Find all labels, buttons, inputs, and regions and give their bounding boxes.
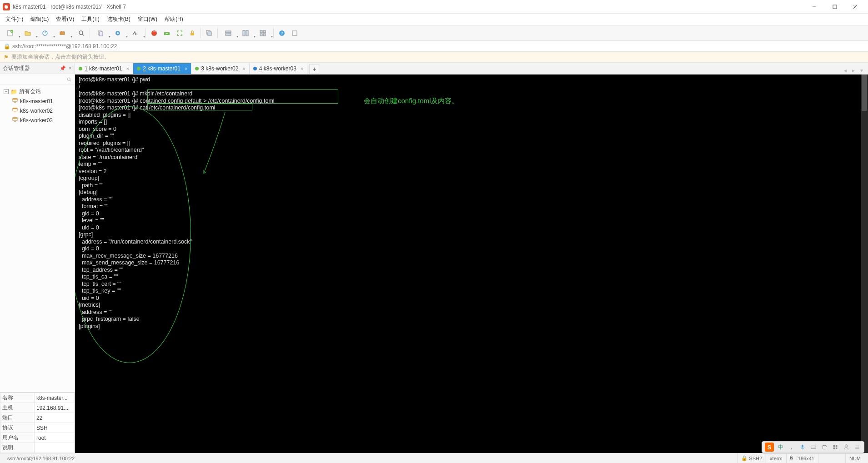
tab-list-button[interactable]: ▾ [858,67,865,74]
ime-skin-icon[interactable] [820,444,828,450]
prop-desc-v [35,443,75,453]
terminal-line: gid = 0 [79,210,864,218]
svg-point-57 [845,445,847,447]
host-icon [12,107,18,115]
ime-settings-icon[interactable] [853,444,861,450]
copy-button[interactable]: ▾ [92,27,109,40]
svg-rect-45 [13,118,18,119]
sogou-logo-icon[interactable]: S [765,443,774,452]
paste-button[interactable]: ▾ [109,27,126,40]
lock-button[interactable] [186,27,199,40]
lock-icon: 🔒 [4,43,10,50]
svg-rect-31 [260,34,262,36]
tile-vertical-button[interactable]: ▾ [237,27,254,40]
disconnect-button[interactable]: ▾ [54,27,71,40]
info-bar: ⚑ 要添加当前会话，点击左侧的箭头按钮。 [0,52,868,63]
menu-edit[interactable]: 编辑(E) [27,14,52,25]
help-button[interactable]: ? [276,27,288,40]
pin-icon[interactable]: 📌 [60,65,66,71]
tab-close-icon[interactable]: × [301,66,303,71]
maximize-button[interactable] [824,0,845,14]
menu-window[interactable]: 窗口(W) [134,14,161,25]
xftp-button[interactable] [161,27,173,40]
svg-rect-39 [13,99,18,100]
tree-host-0[interactable]: k8s-master01 [1,96,74,106]
menu-tabs[interactable]: 选项卡(B) [103,14,134,25]
add-tab-button[interactable]: + [309,64,319,74]
ime-keyboard-icon[interactable] [809,444,818,450]
address-bar[interactable]: 🔒 ssh://root:**************@192.168.91.1… [0,41,868,52]
terminal-line: path = "" [79,182,864,189]
terminal-line: plugin_dir = "" [79,133,864,140]
prop-proto-v: SSH [35,423,75,433]
menu-help[interactable]: 帮助(H) [161,14,187,25]
session-tab-1[interactable]: 2 k8s-master01× [133,63,191,74]
tree-root[interactable]: − 📁 所有会话 [1,87,74,96]
ime-punc-button[interactable]: ， [788,443,796,451]
ime-lang-button[interactable]: 中 [777,443,785,451]
status-term: xterm [766,453,786,463]
tab-prev-button[interactable]: ◂ [842,67,849,74]
svg-line-13 [82,34,84,35]
minimize-button[interactable] [804,0,824,14]
status-dot-icon [253,67,257,70]
session-tab-2[interactable]: 3 k8s-worker02× [191,63,249,74]
collapse-icon[interactable]: − [4,89,9,94]
fullscreen-button[interactable] [173,27,186,40]
close-button[interactable] [845,0,865,14]
host-icon [12,116,18,124]
tab-close-icon[interactable]: × [126,66,129,71]
panel-close-icon[interactable]: × [69,65,72,71]
panel-header: 会话管理器 📌 × [0,63,75,74]
session-tab-3[interactable]: 4 k8s-worker03× [250,63,307,74]
session-tree: − 📁 所有会话 k8s-master01k8s-worker02k8s-wor… [0,85,75,392]
terminal-line: gid = 0 [79,245,864,253]
search-button[interactable] [75,27,88,40]
status-extra [818,453,845,463]
scrollbar-thumb[interactable] [862,75,867,111]
menu-file[interactable]: 文件(F) [2,14,27,25]
font-button[interactable]: AA▾ [126,27,144,40]
cascade-button[interactable] [203,27,216,40]
folder-icon: 📁 [10,89,17,95]
terminal-line: required_plugins = [] [79,140,864,147]
svg-rect-24 [208,32,211,35]
status-dot-icon [137,67,140,70]
terminal-line: [root@k8s-master01 /]# cat /etc/containe… [79,105,864,112]
terminal-line: temp = "" [79,161,864,168]
ime-toolbar[interactable]: S 中 ， [762,441,864,453]
tab-nav: ◂ ▸ ▾ [842,67,868,74]
prop-name-k: 名称 [0,393,35,403]
terminal-line: max_send_message_size = 16777216 [79,259,864,267]
tree-host-2[interactable]: k8s-worker03 [1,115,74,125]
terminal-scrollbar[interactable] [861,75,868,453]
session-tab-0[interactable]: 1 k8s-master01× [75,63,133,74]
prop-port-v: 22 [35,413,75,423]
host-icon [12,97,18,105]
terminal-output[interactable]: [root@k8s-master01 /]# pwd/[root@k8s-mas… [75,75,868,453]
tab-close-icon[interactable]: × [185,66,187,71]
terminal-line: / [79,84,864,91]
tab-next-button[interactable]: ▸ [850,67,857,74]
xagent-button[interactable] [148,27,161,40]
ime-user-icon[interactable] [842,444,850,450]
ime-toolbox-icon[interactable] [831,444,839,450]
panel-search[interactable] [0,74,75,85]
new-session-button[interactable]: +▾ [2,27,19,40]
title-bar: k8s-master01 - root@k8s-master01:/ - Xsh… [0,0,868,14]
about-button[interactable] [288,27,301,40]
ime-mic-icon[interactable] [798,444,807,450]
tile-horizontal-button[interactable]: ▾ [220,27,237,40]
menu-tools[interactable]: 工具(T) [78,14,103,25]
status-num: NUM [845,453,864,463]
tree-host-1[interactable]: k8s-worker02 [1,106,74,115]
menu-view[interactable]: 查看(V) [52,14,78,25]
terminal-line: tcp_tls_key = "" [79,288,864,295]
reconnect-button[interactable]: ▾ [36,27,54,40]
svg-point-36 [67,78,70,80]
tab-close-icon[interactable]: × [242,66,245,71]
tile-grid-button[interactable]: ▾ [254,27,271,40]
prop-proto-k: 协议 [0,423,35,433]
svg-line-37 [70,80,71,81]
open-session-button[interactable]: ▾ [19,27,36,40]
